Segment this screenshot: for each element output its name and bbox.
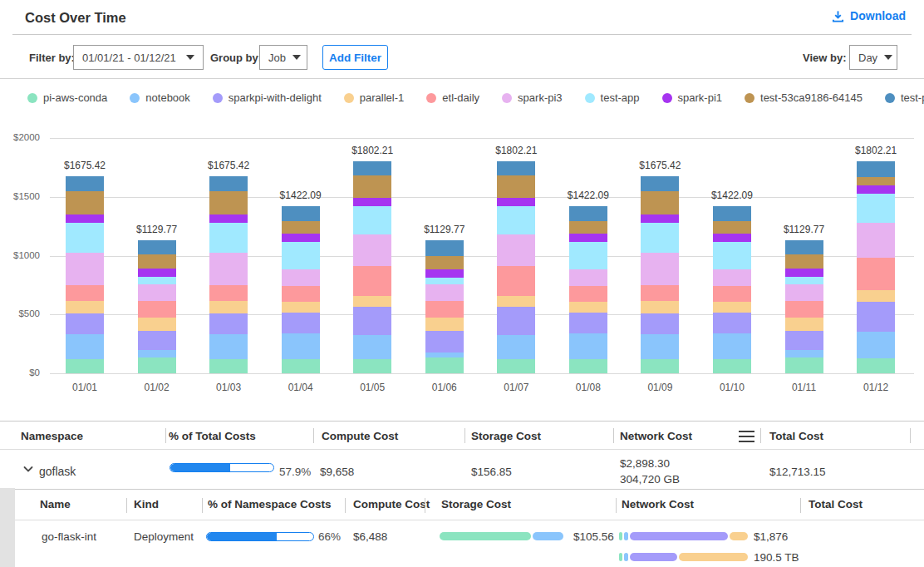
column-separator <box>345 498 346 513</box>
chart-bar-01/03[interactable] <box>209 176 248 373</box>
col-header-compute: Compute Cost <box>322 430 398 442</box>
mini-bar-segment <box>440 532 531 540</box>
cost-over-time-panel: Cost Over Time Download Filter by: 01/01… <box>0 0 924 567</box>
x-axis-tick-label: 01/06 <box>432 382 457 393</box>
x-axis-tick-label: 01/01 <box>72 382 97 393</box>
chart-bar-01/01[interactable] <box>66 176 104 373</box>
bar-segment-test-pkix <box>425 240 464 256</box>
legend-item-test-pkix[interactable]: test-pkix <box>885 91 924 104</box>
bar-segment-parallel-1 <box>497 296 535 307</box>
bar-segment-test-53ca9186-64145 <box>353 175 391 199</box>
bar-segment-test-53ca9186-64145 <box>138 254 176 268</box>
legend-item-parallel-1[interactable]: parallel-1 <box>344 91 404 104</box>
chart-bar-01/10[interactable] <box>713 206 751 373</box>
pct-total-value: 57.9% <box>279 466 311 478</box>
bar-segment-notebook <box>138 350 176 357</box>
divider <box>0 449 924 450</box>
legend-color-dot <box>885 93 895 103</box>
bar-segment-test-app <box>785 277 823 284</box>
bar-segment-test-53ca9186-64145 <box>641 191 679 214</box>
sub-compute-cost-value: $6,488 <box>353 530 387 543</box>
add-filter-button[interactable]: Add Filter <box>322 45 388 70</box>
chart-bar-01/12[interactable] <box>857 161 895 373</box>
column-separator <box>126 498 127 513</box>
bar-segment-test-pkix <box>497 161 535 175</box>
legend-color-dot <box>426 93 436 103</box>
workload-name: go-flask-int <box>42 530 96 543</box>
title-bar: Cost Over Time Download <box>0 0 924 35</box>
chart-bar-01/11[interactable] <box>785 240 823 373</box>
bar-segment-pi-aws-conda <box>713 359 751 373</box>
chart-bar-01/05[interactable] <box>353 161 391 373</box>
bar-segment-spark-pi3 <box>209 253 248 285</box>
bar-segment-notebook <box>713 333 751 359</box>
bar-segment-notebook <box>497 335 535 359</box>
column-menu-icon[interactable] <box>739 431 754 442</box>
col-header-total: Total Cost <box>769 430 823 442</box>
mini-bar-segment <box>679 553 748 561</box>
legend-item-test-53ca9186-64145[interactable]: test-53ca9186-64145 <box>745 91 863 104</box>
chart-bar-01/04[interactable] <box>282 206 320 373</box>
chart-bar-01/09[interactable] <box>641 176 679 373</box>
bar-segment-test-53ca9186-64145 <box>209 191 248 214</box>
bar-total-label: $1129.77 <box>424 224 464 235</box>
chart-bar-01/08[interactable] <box>569 206 607 373</box>
legend-item-spark-pi1[interactable]: spark-pi1 <box>662 91 722 104</box>
legend-item-spark-pi3[interactable]: spark-pi3 <box>502 91 562 104</box>
legend-item-label: pi-aws-conda <box>43 91 107 104</box>
bar-segment-test-53ca9186-64145 <box>785 254 823 268</box>
y-axis-tick-label: $0 <box>0 367 40 377</box>
bar-segment-parallel-1 <box>209 301 248 314</box>
network-volume-value: 304,720 GB <box>620 473 680 486</box>
legend-item-test-app[interactable]: test-app <box>585 91 640 104</box>
legend-item-sparkpi-with-delight[interactable]: sparkpi-with-delight <box>213 91 322 104</box>
network-cost-bar <box>619 532 748 540</box>
bar-segment-test-53ca9186-64145 <box>569 221 607 234</box>
chart-bar-01/06[interactable] <box>425 240 464 373</box>
bar-segment-test-53ca9186-64145 <box>857 177 895 185</box>
legend-item-pi-aws-conda[interactable]: pi-aws-conda <box>27 91 107 104</box>
download-button[interactable]: Download <box>832 9 906 22</box>
bar-segment-sparkpi-with-delight <box>713 313 751 333</box>
gridline <box>50 138 914 139</box>
bar-segment-sparkpi-with-delight <box>497 307 535 335</box>
bar-segment-test-pkix <box>282 206 320 221</box>
bar-segment-parallel-1 <box>857 290 895 302</box>
bar-total-label: $1802.21 <box>495 145 537 156</box>
bar-segment-test-app <box>425 278 464 284</box>
bar-segment-test-app <box>641 223 679 252</box>
x-axis-tick-label: 01/05 <box>360 382 385 393</box>
chevron-down-icon <box>186 55 194 60</box>
bar-segment-test-pkix <box>785 240 823 254</box>
gridline <box>50 373 914 374</box>
date-range-value: 01/01/21 - 01/12/21 <box>82 52 176 64</box>
legend-item-etl-daily[interactable]: etl-daily <box>426 91 479 104</box>
namespace-cost-table: Namespace % of Total Costs Compute Cost … <box>0 421 924 489</box>
bar-segment-sparkpi-with-delight <box>282 313 320 333</box>
group-by-dropdown[interactable]: Job <box>259 45 307 70</box>
legend-item-label: spark-pi1 <box>678 91 722 104</box>
bar-segment-pi-aws-conda <box>282 359 320 373</box>
bar-segment-etl-daily <box>857 258 895 290</box>
bar-segment-spark-pi1 <box>209 214 248 223</box>
chart-bar-01/07[interactable] <box>497 161 535 373</box>
bar-segment-pi-aws-conda <box>641 359 679 373</box>
workload-kind: Deployment <box>134 530 194 543</box>
legend-item-notebook[interactable]: notebook <box>130 91 190 104</box>
date-range-dropdown[interactable]: 01/01/21 - 01/12/21 <box>73 45 204 70</box>
y-axis-tick-label: $2000 <box>0 132 40 142</box>
bar-segment-test-app <box>138 277 176 284</box>
bar-segment-spark-pi3 <box>713 269 751 286</box>
mini-bar-segment <box>630 532 728 540</box>
bar-segment-etl-daily <box>641 285 679 301</box>
bar-segment-pi-aws-conda <box>569 359 607 373</box>
bar-segment-test-pkix <box>569 206 607 221</box>
bar-segment-spark-pi1 <box>138 269 176 278</box>
mini-bar-segment <box>619 553 622 561</box>
chart-bar-01/02[interactable] <box>138 240 176 373</box>
legend-color-dot <box>130 93 140 103</box>
legend-item-label: test-app <box>601 91 640 104</box>
chevron-down-icon[interactable] <box>22 463 34 475</box>
pct-total-progress-bar <box>170 463 274 472</box>
view-by-dropdown[interactable]: Day <box>849 45 897 70</box>
